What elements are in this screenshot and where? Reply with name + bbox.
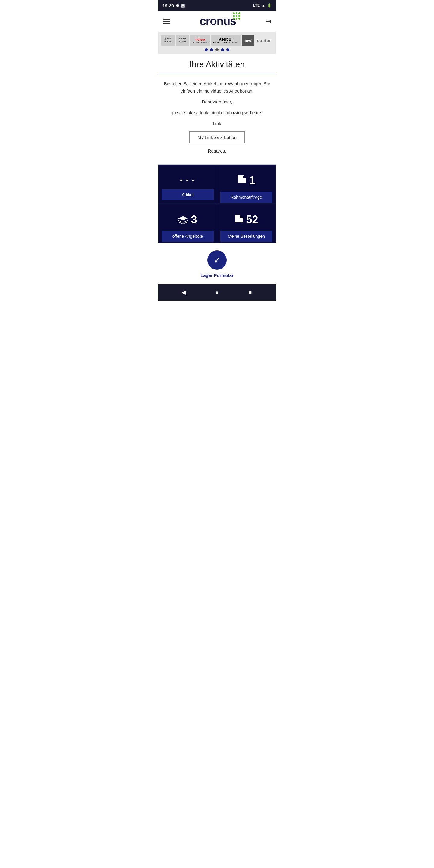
svg-marker-4 [178, 216, 188, 220]
cta-label: Lager Formular [200, 273, 234, 278]
bottom-cta: ✓ Lager Formular [158, 243, 276, 284]
hamburger-menu[interactable] [163, 19, 170, 24]
status-left: 19:30 ⚙ ▤ [162, 3, 185, 8]
content-intro: Bestellen Sie einen Artikel Ihrer Wahl o… [163, 80, 271, 95]
activity-card-artikel[interactable]: • • • Artikel [158, 164, 217, 204]
back-button[interactable]: ◀ [179, 287, 189, 298]
bestellungen-icon-group: 52 [235, 213, 258, 226]
artikel-icon: • • • [180, 177, 195, 184]
rahmenauftraege-label: Rahmenaufträge [220, 192, 273, 203]
brand-logos: globalfamily globalselect hülsta Die Möb… [161, 35, 273, 46]
activity-card-rahmenauftraege[interactable]: 1 Rahmenaufträge [217, 164, 276, 204]
brand-carousel: globalfamily globalselect hülsta Die Möb… [158, 32, 276, 54]
rahmenauftraege-count: 1 [249, 174, 255, 187]
rahmenauftraege-icon-group: 1 [238, 174, 255, 187]
signal-icon: ▲ [261, 3, 265, 7]
header: cronus ⇥ [158, 11, 276, 32]
status-right: LTE ▲ 🔋 [253, 3, 272, 7]
page-title-section: Ihre Aktivitäten [158, 54, 276, 74]
content-greeting: Dear web user, [163, 98, 271, 105]
bestellungen-count: 52 [246, 213, 258, 226]
my-link-button[interactable]: My Link as a button [189, 131, 245, 143]
content-link[interactable]: Link [163, 120, 271, 127]
content-area: Bestellen Sie einen Artikel Ihrer Wahl o… [158, 74, 276, 164]
bottom-nav: ◀ ● ■ [158, 284, 276, 301]
recent-button[interactable]: ■ [245, 287, 255, 298]
lte-label: LTE [253, 3, 260, 7]
svg-marker-8 [240, 215, 243, 218]
layers-icon [178, 216, 188, 224]
settings-icon: ⚙ [176, 3, 179, 8]
logo-decoration [233, 12, 242, 20]
content-closing: Regards, [163, 147, 271, 155]
logout-button[interactable]: ⇥ [266, 18, 271, 25]
page-title: Ihre Aktivitäten [163, 60, 271, 69]
svg-marker-2 [238, 176, 246, 183]
status-time: 19:30 [162, 3, 174, 8]
dots-icon: • • • [180, 177, 195, 184]
status-bar: 19:30 ⚙ ▤ LTE ▲ 🔋 [158, 0, 276, 11]
document-icon-2 [235, 215, 243, 225]
logo: cronus [200, 15, 236, 28]
brand-hulsta: hülsta Die Möbelmarke. [190, 35, 211, 46]
angebote-count: 3 [191, 213, 197, 226]
carousel-dots [161, 48, 273, 51]
activity-grid: • • • Artikel 1 Rahmenaufträge [158, 164, 276, 243]
brand-now: now! [242, 35, 254, 46]
checkmark-icon: ✓ [214, 255, 221, 265]
bestellungen-label: Meine Bestellungen [220, 231, 273, 242]
document-icon [238, 176, 246, 186]
carousel-dot-3[interactable] [216, 48, 218, 51]
brand-anrei: ANREI ECHT. SEIT 1894 [211, 35, 241, 46]
battery-icon: 🔋 [267, 3, 272, 7]
carousel-dot-2[interactable] [210, 48, 213, 51]
angebote-label: offene Angebote [161, 231, 214, 242]
svg-marker-6 [178, 221, 188, 224]
lager-formular-button[interactable]: ✓ [207, 250, 227, 270]
carousel-dot-5[interactable] [226, 48, 229, 51]
logo-text: cronus [200, 15, 236, 27]
carousel-dot-1[interactable] [205, 48, 208, 51]
brand-contur: contur [255, 35, 273, 46]
svg-marker-7 [235, 215, 243, 222]
activity-card-offene-angebote[interactable]: 3 offene Angebote [158, 204, 217, 243]
brand-global-select: globalselect [176, 35, 189, 46]
home-button[interactable]: ● [212, 287, 222, 298]
brand-global-family: globalfamily [161, 35, 175, 46]
svg-marker-3 [243, 176, 246, 179]
angebote-icon-group: 3 [178, 213, 197, 226]
activity-card-bestellungen[interactable]: 52 Meine Bestellungen [217, 204, 276, 243]
content-body: please take a look into the following we… [163, 109, 271, 116]
sim-icon: ▤ [181, 3, 185, 8]
carousel-dot-4[interactable] [221, 48, 224, 51]
logo-container: cronus [170, 15, 266, 28]
artikel-label: Artikel [161, 189, 214, 200]
